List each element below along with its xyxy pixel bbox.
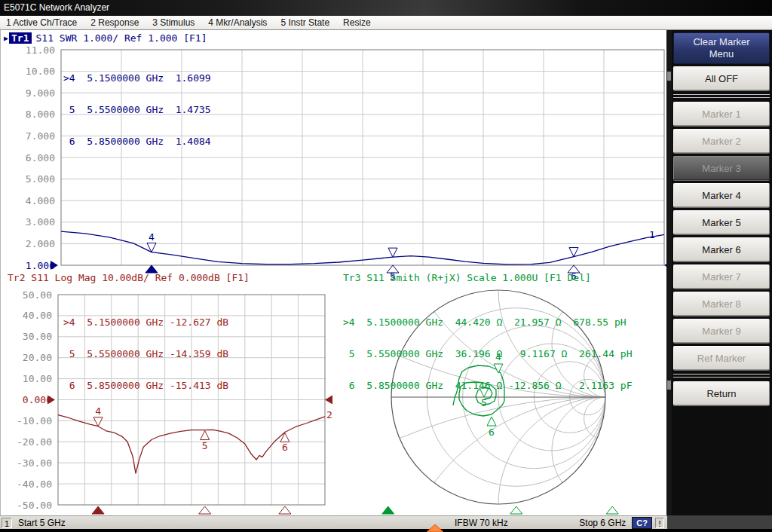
menu-mkr-analysis[interactable]: 4 Mkr/Analysis	[205, 17, 270, 28]
alert-indicator: !	[655, 518, 664, 528]
scroll-nub	[667, 381, 671, 390]
y-axis-label: 20.00	[23, 352, 52, 363]
softkey-return[interactable]: Return	[673, 381, 770, 405]
y-axis-label: 30.00	[23, 331, 52, 342]
y-axis-label: 10.00	[23, 373, 52, 384]
stimulus-marker-triangle	[199, 506, 211, 514]
marker-label: 6	[489, 427, 495, 438]
tr2-trace-number: 2	[326, 409, 332, 420]
softkey-marker-2: Marker 2	[673, 129, 770, 153]
ref-level-arrow-icon	[325, 396, 332, 405]
tr3-header[interactable]: Tr3 S11 Smith (R+jX) Scale 1.000U [F1 De…	[343, 272, 591, 283]
tr2-marker-row: 6 5.8500000 GHz -15.413 dB	[63, 381, 228, 391]
stimulus-marker-triangle	[510, 506, 522, 514]
y-axis-label: 10.00	[26, 66, 55, 77]
tr2-marker-row: 5 5.5500000 GHz -14.359 dB	[63, 349, 228, 359]
y-axis-label: 4.000	[26, 195, 55, 206]
marker-triangle	[487, 417, 496, 426]
tr1-trace-number: 1	[649, 229, 655, 240]
marker-label: 5	[202, 440, 208, 451]
tr3-marker-readout: >4 5.1500000 GHz 44.420 Ω 21.957 Ω 678.5…	[343, 296, 633, 412]
y-axis-label: 7.000	[26, 130, 55, 142]
status-bar: 1 Start 5 GHz IFBW 70 kHz Stop 6 GHz C? …	[0, 515, 667, 529]
tr1-header: ▶ Tr1 S11 SWR 1.000/ Ref 1.000 [F1]	[4, 32, 207, 44]
tr3-marker-row: 6 5.8500000 GHz 41.146 Ω -12.856 Ω 2.116…	[343, 381, 633, 391]
menu-bar: 1 Active Ch/Trace 2 Response 3 Stimulus …	[0, 16, 772, 30]
tr1-marker-row: 6 5.8500000 GHz 1.4084	[63, 136, 211, 147]
title-bar: E5071C Network Analyzer	[0, 0, 772, 16]
mouse-cursor	[427, 524, 445, 532]
softkey-menu-title-line2: Menu	[709, 48, 734, 60]
y-axis-label: 2.000	[26, 238, 55, 249]
softkey-marker-9: Marker 9	[673, 319, 770, 343]
tr1-marker-row: >4 5.1500000 GHz 1.6099	[63, 73, 211, 84]
y-axis-label: 5.000	[26, 173, 55, 185]
smith-reactance-arc	[391, 397, 667, 515]
marker-label: 6	[282, 442, 288, 453]
app-window: E5071C Network Analyzer 1 Active Ch/Trac…	[0, 0, 772, 532]
start-frequency-label[interactable]: Start 5 GHz	[18, 518, 66, 528]
window-bottom-edge	[0, 529, 772, 532]
y-axis-label: 11.00	[26, 44, 55, 56]
scroll-nub	[667, 72, 671, 81]
status-bar-right-filler	[667, 515, 772, 529]
marker-triangle	[93, 417, 103, 427]
y-axis-label: 40.00	[23, 310, 52, 321]
smith-reactance-arc	[70, 397, 667, 515]
tr2-header[interactable]: Tr2 S11 Log Mag 10.00dB/ Ref 0.000dB [F1…	[8, 272, 250, 283]
softkey-menu-title: Clear Marker Menu	[673, 32, 770, 64]
menu-active-ch-trace[interactable]: 1 Active Ch/Trace	[3, 17, 80, 28]
marker-triangle	[280, 433, 290, 442]
y-axis-label: -30.00	[17, 457, 52, 469]
softkey-marker-8: Marker 8	[673, 292, 770, 316]
tr3-marker-row: 5 5.5500000 GHz 36.196 Ω 9.1167 Ω 261.44…	[343, 349, 633, 359]
softkey-all-off[interactable]: All OFF	[673, 66, 770, 90]
y-axis-label: -20.00	[17, 436, 52, 448]
channel-indicator: 1	[2, 518, 12, 528]
menu-response[interactable]: 2 Response	[87, 17, 142, 28]
correction-status-badge: C?	[632, 517, 652, 529]
y-axis-label: 9.000	[26, 87, 55, 99]
stimulus-marker-triangle	[92, 506, 104, 514]
stop-frequency-label[interactable]: Stop 6 GHz	[579, 518, 626, 528]
softkey-marker-3[interactable]: Marker 3	[673, 156, 770, 180]
softkey-marker-1: Marker 1	[673, 102, 770, 126]
softkey-sidebar: Clear Marker Menu All OFFMarker 1Marker …	[666, 30, 772, 515]
softkey-divider	[673, 94, 770, 98]
window-title: E5071C Network Analyzer	[4, 2, 109, 13]
softkey-menu-title-line1: Clear Marker	[693, 36, 749, 48]
tr1-marker-row: 5 5.5500000 GHz 1.4735	[63, 105, 211, 115]
tr3-marker-row: >4 5.1500000 GHz 44.420 Ω 21.957 Ω 678.5…	[343, 317, 633, 328]
tr2-marker-readout: >4 5.1500000 GHz -12.627 dB 5 5.5500000 …	[63, 296, 228, 412]
y-axis-label: -10.00	[17, 415, 52, 427]
y-axis-label: 3.000	[26, 216, 55, 228]
stimulus-marker-triangle	[279, 506, 291, 514]
softkey-marker-4[interactable]: Marker 4	[673, 183, 770, 207]
tr1-format-text: S11 SWR 1.000/ Ref 1.000 [F1]	[36, 32, 207, 44]
marker-triangle	[201, 431, 210, 440]
menu-stimulus[interactable]: 3 Stimulus	[149, 17, 198, 28]
menu-instr-state[interactable]: 5 Instr State	[277, 17, 332, 28]
marker-label: 4	[149, 231, 155, 243]
ifbw-label[interactable]: IFBW 70 kHz	[455, 518, 508, 528]
y-axis-label: 6.000	[26, 152, 55, 164]
softkey-ref-marker: Ref Marker	[673, 346, 770, 370]
y-axis-label: 50.00	[23, 289, 52, 301]
smith-reactance-arc	[552, 397, 659, 504]
y-axis-label: -50.00	[17, 500, 52, 511]
menu-resize[interactable]: Resize	[340, 17, 374, 28]
y-axis-label: -40.00	[17, 478, 52, 490]
active-trace-arrow-icon: ▶	[4, 32, 8, 44]
tr1-marker-readout: >4 5.1500000 GHz 1.6099 5 5.5500000 GHz …	[63, 52, 211, 168]
tr2-marker-row: >4 5.1500000 GHz -12.627 dB	[63, 317, 228, 328]
stimulus-marker-triangle	[606, 506, 618, 514]
marker-triangle	[388, 248, 397, 257]
stimulus-marker-triangle	[382, 506, 394, 514]
softkey-marker-5[interactable]: Marker 5	[673, 210, 770, 234]
tr1-badge[interactable]: Tr1	[9, 32, 31, 44]
softkey-marker-6[interactable]: Marker 6	[673, 237, 770, 261]
softkey-scroll-strip[interactable]	[666, 30, 672, 515]
marker-triangle	[569, 248, 578, 257]
softkey-divider	[673, 374, 770, 378]
softkey-marker-7: Marker 7	[673, 264, 770, 289]
